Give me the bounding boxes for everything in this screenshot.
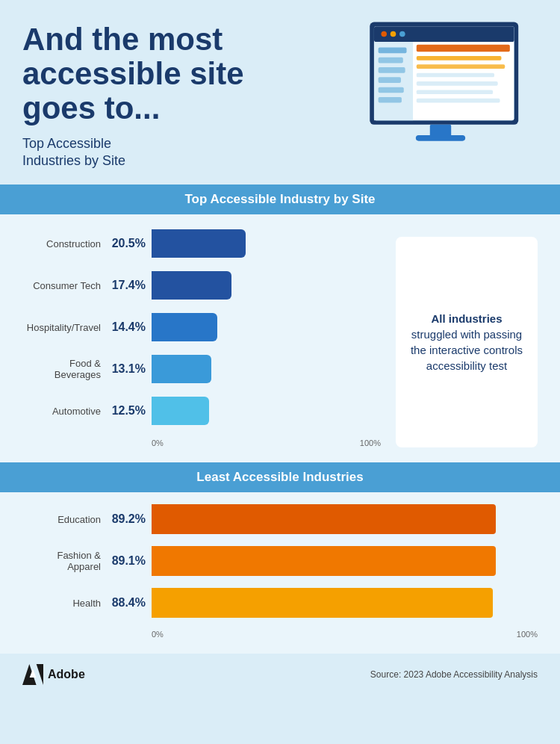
- bar-track: [152, 313, 381, 341]
- least-chart-section: Education89.2%Fashion & Apparel89.1%Heal…: [0, 492, 560, 654]
- bar-label: Construction: [22, 238, 108, 249]
- top-section-banner: Top Accessible Industry by Site: [0, 185, 560, 214]
- svg-rect-9: [379, 58, 403, 63]
- main-title: And the most accessible site goes to...: [22, 22, 244, 126]
- least-bar-value: 88.4%: [108, 596, 146, 610]
- svg-point-6: [399, 31, 405, 37]
- adobe-logo: Adobe: [22, 664, 85, 685]
- least-bar-label: Fashion & Apparel: [22, 550, 108, 572]
- svg-rect-14: [417, 45, 510, 52]
- bar-value: 20.5%: [108, 237, 146, 250]
- least-bar-value: 89.2%: [108, 512, 146, 526]
- bar-fill: [152, 271, 231, 300]
- svg-rect-16: [417, 64, 505, 69]
- svg-rect-13: [379, 97, 402, 103]
- least-x-axis: 0% 100%: [152, 630, 538, 639]
- svg-rect-19: [417, 90, 493, 94]
- monitor-illustration: [343, 15, 538, 152]
- least-bar-value: 89.1%: [108, 554, 146, 568]
- svg-rect-12: [379, 87, 404, 93]
- bar-label: Automotive: [22, 406, 108, 417]
- bar-fill: [152, 313, 217, 341]
- svg-rect-17: [417, 73, 494, 78]
- callout-text: All industries struggled with passing th…: [408, 311, 526, 373]
- adobe-label: Adobe: [48, 668, 85, 681]
- least-bar-row: Health88.4%: [22, 588, 538, 618]
- least-bar-track: [152, 504, 538, 534]
- least-bar-row: Fashion & Apparel89.1%: [22, 546, 538, 576]
- top-bar-row: Construction20.5%: [22, 229, 381, 258]
- bar-track: [152, 271, 381, 300]
- bar-fill: [152, 355, 211, 383]
- least-bar-track: [152, 588, 538, 618]
- svg-rect-22: [416, 135, 465, 141]
- bar-label: Hospitality/Travel: [22, 322, 108, 333]
- bar-fill: [152, 397, 209, 425]
- top-chart-area: Construction20.5%Consumer Tech17.4%Hospi…: [22, 229, 538, 447]
- svg-marker-24: [37, 664, 43, 685]
- svg-rect-8: [379, 48, 407, 54]
- bar-track: [152, 229, 381, 258]
- svg-rect-10: [379, 67, 405, 73]
- top-bar-row: Hospitality/Travel14.4%: [22, 313, 381, 341]
- bar-value: 14.4%: [108, 320, 146, 334]
- adobe-icon: [22, 664, 43, 685]
- top-chart-section: Construction20.5%Consumer Tech17.4%Hospi…: [0, 214, 560, 462]
- footer: Adobe Source: 2023 Adobe Accessibility A…: [0, 654, 560, 695]
- top-bar-row: Consumer Tech17.4%: [22, 271, 381, 300]
- bar-track: [152, 355, 381, 383]
- callout-box: All industries struggled with passing th…: [396, 237, 538, 447]
- header-text: And the most accessible site goes to... …: [22, 22, 244, 170]
- svg-rect-18: [417, 81, 498, 86]
- bar-label: Food & Beverages: [22, 358, 108, 380]
- top-x-axis: 0% 100%: [152, 438, 381, 447]
- bar-value: 17.4%: [108, 279, 146, 292]
- subtitle: Top AccessibleIndustries by Site: [22, 135, 244, 170]
- footer-source: Source: 2023 Adobe Accessibility Analysi…: [370, 669, 538, 680]
- svg-point-4: [381, 31, 387, 37]
- least-section-banner: Least Accessible Industries: [0, 462, 560, 492]
- header-section: And the most accessible site goes to... …: [0, 0, 560, 185]
- bar-label: Consumer Tech: [22, 280, 108, 291]
- top-bar-row: Food & Beverages13.1%: [22, 355, 381, 383]
- least-bar-label: Education: [22, 514, 108, 525]
- least-bar-fill: [152, 546, 496, 576]
- bar-value: 13.1%: [108, 362, 146, 376]
- bar-value: 12.5%: [108, 404, 146, 418]
- least-bar-fill: [152, 504, 496, 534]
- bar-fill: [152, 229, 246, 258]
- top-bar-row: Automotive12.5%: [22, 397, 381, 425]
- svg-rect-11: [379, 77, 401, 83]
- least-bar-label: Health: [22, 598, 108, 609]
- least-bar-row: Education89.2%: [22, 504, 538, 534]
- svg-point-5: [391, 31, 396, 37]
- bar-track: [152, 397, 381, 425]
- svg-rect-15: [417, 56, 502, 61]
- svg-rect-20: [417, 99, 500, 103]
- top-bars-container: Construction20.5%Consumer Tech17.4%Hospi…: [22, 229, 381, 447]
- least-bar-track: [152, 546, 538, 576]
- least-bar-fill: [152, 588, 493, 618]
